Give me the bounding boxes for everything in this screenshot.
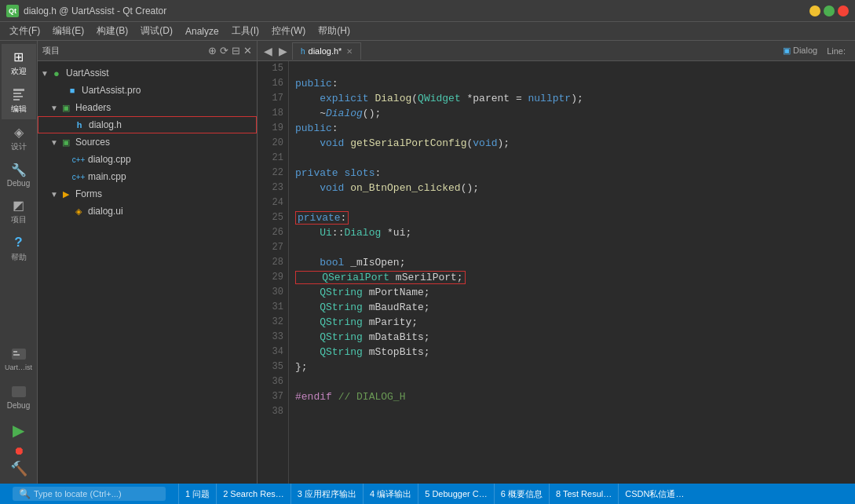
code-line: [295, 240, 855, 255]
menubar: 文件(F)编辑(E)构建(B)调试(D)Analyze工具(I)控件(W)帮助(…: [0, 22, 855, 41]
maximize-button[interactable]: [824, 5, 835, 16]
line-number: 23: [262, 181, 283, 195]
statusbar-compile-output[interactable]: 4 编译输出: [364, 484, 418, 504]
code-content[interactable]: public: explicit Dialog(QWidget *parent …: [289, 61, 855, 484]
arrow-root: ▼: [41, 69, 50, 78]
app-icon: Qt: [6, 5, 19, 17]
tree-item-dialog-h[interactable]: ▷ h dialog.h: [38, 116, 257, 133]
statusbar-debugger[interactable]: 5 Debugger C…: [418, 484, 495, 504]
code-line: Ui::Dialog *ui;: [295, 225, 855, 240]
project-tree: ▼ ● UartAssist ▷ ■ UartAssist.pro ▼ ▣ He…: [38, 61, 257, 484]
sidebar-label-project: 项目: [11, 214, 27, 225]
sidebar-item-help[interactable]: ? 帮助: [2, 230, 36, 268]
tree-item-main-cpp[interactable]: ▷ c++ main.cpp: [38, 168, 257, 185]
sidebar-item-project[interactable]: ◩ 项目: [2, 192, 36, 230]
close-button[interactable]: [838, 5, 849, 16]
summary-label: 6 概要信息: [501, 488, 543, 500]
sidebar-item-edit[interactable]: 编辑: [2, 82, 36, 119]
collapse-button[interactable]: ⊟: [232, 45, 240, 57]
code-line: void getSerialPortConfig(void);: [295, 136, 855, 151]
statusbar-app-output[interactable]: 3 应用程序输出: [291, 484, 364, 504]
project-icon: ◩: [11, 197, 27, 213]
tree-item-pro[interactable]: ▷ ■ UartAssist.pro: [38, 82, 257, 99]
close-panel-button[interactable]: ✕: [243, 45, 252, 57]
tab-nav-back[interactable]: ◀: [261, 45, 276, 57]
sidebar-item-design[interactable]: ◈ 设计: [2, 119, 36, 157]
ui-icon: ◈: [72, 205, 85, 217]
line-number: 38: [262, 404, 283, 419]
tab-nav-fwd[interactable]: ▶: [276, 45, 290, 57]
line-number: 27: [262, 240, 283, 255]
problems-label: 1 问题: [185, 488, 210, 500]
tree-item-headers[interactable]: ▼ ▣ Headers: [38, 99, 257, 116]
code-line: ~Dialog();: [295, 106, 855, 121]
project-toolbar: 项目 ⊕ ⟳ ⊟ ✕: [38, 41, 257, 61]
sidebar-item-welcome[interactable]: ⊞ 欢迎: [2, 44, 36, 82]
line-number: 32: [262, 315, 283, 330]
sidebar-label-welcome: 欢迎: [11, 66, 27, 77]
help-icon: ?: [11, 235, 27, 250]
statusbar-search-results[interactable]: 2 Search Res…: [217, 484, 291, 504]
tree-item-forms[interactable]: ▼ ▶ Forms: [38, 185, 257, 203]
menu-item[interactable]: 工具(I): [225, 23, 265, 39]
menu-item[interactable]: 调试(D): [134, 23, 179, 39]
code-container[interactable]: 1516171819202122232425262728293031323334…: [258, 61, 855, 484]
sidebar-item-debug2[interactable]: Debug: [2, 379, 36, 415]
line-number: 28: [262, 255, 283, 270]
statusbar-csdn[interactable]: CSDN私信通…: [619, 484, 690, 504]
code-line: explicit Dialog(QWidget *parent = nullpt…: [295, 91, 855, 106]
statusbar-test-results[interactable]: 8 Test Resul…: [550, 484, 619, 504]
tab-dialog-h[interactable]: h dialog.h* ✕: [292, 42, 361, 60]
menu-item[interactable]: 文件(F): [3, 23, 46, 39]
statusbar-problems[interactable]: 1 问题: [179, 484, 217, 504]
line-number: 33: [262, 330, 283, 345]
breadcrumb-class: ▣ Dialog: [783, 46, 817, 56]
statusbar-search[interactable]: 🔍: [6, 484, 179, 504]
menu-item[interactable]: 帮助(H): [312, 23, 356, 39]
line-number: 31: [262, 300, 283, 315]
sidebar-label-debug: Debug: [7, 179, 30, 188]
menu-item[interactable]: 编辑(E): [46, 23, 90, 39]
svg-rect-3: [13, 99, 20, 100]
debug-icon: 🔧: [11, 162, 27, 177]
line-number: 16: [262, 76, 283, 91]
line-number: 29: [262, 270, 283, 285]
sidebar-item-debug[interactable]: 🔧 Debug: [2, 157, 36, 192]
sync-button[interactable]: ⟳: [220, 45, 228, 57]
tree-item-sources[interactable]: ▼ ▣ Sources: [38, 133, 257, 151]
line-number: 17: [262, 91, 283, 106]
uartassist-icon: [11, 346, 27, 362]
arrow-headers: ▼: [50, 104, 60, 112]
root-icon: ●: [50, 67, 63, 79]
line-number: 30: [262, 285, 283, 300]
run-button[interactable]: ▶: [13, 421, 24, 440]
tree-item-root[interactable]: ▼ ● UartAssist: [38, 64, 257, 82]
code-line: QString mDataBits;: [295, 330, 855, 345]
menu-item[interactable]: Analyze: [179, 24, 225, 38]
main-cpp-label: main.cpp: [88, 171, 126, 182]
line-number: 15: [262, 61, 283, 76]
filter-button[interactable]: ⊕: [208, 45, 217, 57]
sources-icon: ▣: [60, 136, 72, 148]
menu-item[interactable]: 构建(B): [90, 23, 134, 39]
tree-item-dialog-ui[interactable]: ▷ ◈ dialog.ui: [38, 203, 257, 220]
menu-item[interactable]: 控件(W): [265, 23, 312, 39]
code-line: QSerialPort mSerilPort;: [295, 270, 855, 285]
line-number: 34: [262, 345, 283, 360]
line-number: 37: [262, 389, 283, 404]
record-button[interactable]: ⏺: [13, 444, 24, 457]
sidebar-item-uartassist[interactable]: Uart…ist: [2, 341, 36, 376]
welcome-icon: ⊞: [11, 49, 27, 64]
sidebar-label-design: 设计: [11, 141, 27, 152]
statusbar-summary[interactable]: 6 概要信息: [495, 484, 550, 504]
locate-input[interactable]: [34, 489, 159, 499]
search-results-label: 2 Search Res…: [223, 489, 284, 499]
line-number: 25: [262, 210, 283, 225]
minimize-button[interactable]: [809, 5, 820, 16]
tree-item-dialog-cpp[interactable]: ▷ c++ dialog.cpp: [38, 151, 257, 168]
tool-button[interactable]: 🔨: [10, 460, 27, 477]
sidebar-label-debug2: Debug: [7, 401, 30, 410]
compile-output-label: 4 编译输出: [370, 488, 411, 500]
tab-close-icon[interactable]: ✕: [346, 47, 353, 56]
tab-bar: ◀ ▶ h dialog.h* ✕ ▣ Dialog Line:: [258, 41, 855, 61]
